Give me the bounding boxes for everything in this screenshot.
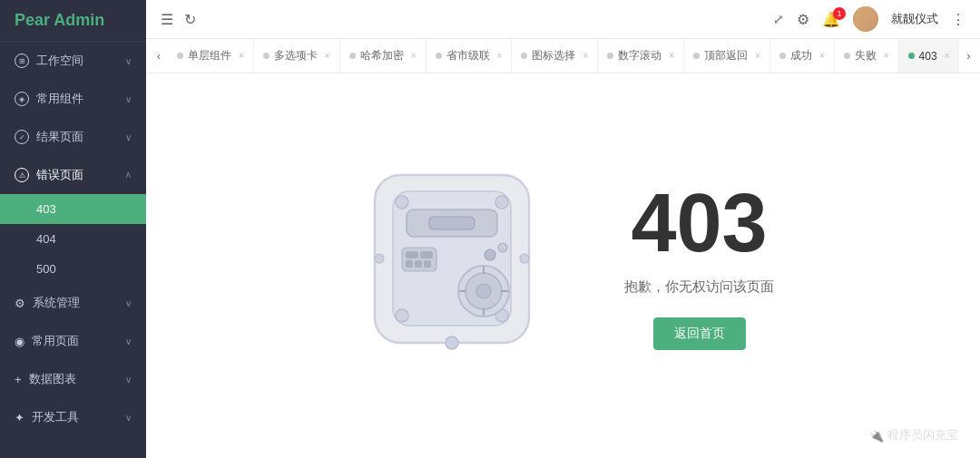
svg-rect-8 [402,248,436,271]
sidebar-subitem-404[interactable]: 404 [0,224,146,254]
tab-nav-left[interactable]: ‹ [150,39,168,73]
svg-rect-12 [415,260,422,268]
tab-dot-icon [521,53,527,59]
watermark: 🔌 程序员闪充宝 [869,427,958,443]
sidebar-item-charts[interactable]: + 数据图表 ∨ [0,360,146,398]
tab-failure[interactable]: 失败 × [835,39,899,73]
tab-label-province: 省市级联 [446,48,490,63]
tab-label-success: 成功 [790,48,812,63]
sidebar-item-common-label: 常用组件 [36,91,83,107]
gear-icon: ⚙ [15,297,25,310]
chevron-pages: ∨ [125,336,132,346]
tab-number-scroll[interactable]: 数字滚动 × [598,39,684,73]
tab-single-component[interactable]: 单层组件 × [168,39,254,73]
tab-label-top: 顶部返回 [704,48,748,63]
bell-icon[interactable]: 🔔 1 [822,11,840,28]
home-button[interactable]: 返回首页 [653,317,746,350]
tab-dot-province [436,53,442,59]
svg-point-4 [396,309,408,322]
svg-point-23 [446,336,458,349]
svg-rect-9 [406,251,418,258]
sidebar-item-result-label: 结果页面 [36,129,83,145]
content-area: 403 抱歉，你无权访问该页面 返回首页 🔌 程序员闪充宝 [146,73,980,458]
tab-close-failure[interactable]: × [884,52,889,61]
sidebar-item-system[interactable]: ⚙ 系统管理 ∨ [0,284,146,322]
tab-close-single[interactable]: × [239,52,244,61]
svg-point-14 [485,249,495,260]
error-text-block: 403 抱歉，你无权访问该页面 返回首页 [624,182,774,350]
svg-point-18 [476,284,491,298]
sidebar: Pear Admin ⊞ 工作空间 ∨ ◈ 常用组件 ∨ ✓ 结果页面 ∨ ⚠ … [0,0,146,458]
error-icon: ⚠ [15,168,29,182]
chevron-error: ∨ [125,171,132,180]
tab-close-multi[interactable]: × [325,52,330,61]
chevron-workspace: ∨ [125,56,132,66]
svg-point-2 [396,196,408,209]
tab-top-return[interactable]: 顶部返回 × [684,39,770,73]
result-icon: ✓ [15,130,29,144]
tab-hash-encrypt[interactable]: 哈希加密 × [340,39,426,73]
tab-dot-number [607,53,613,59]
sidebar-subitem-403[interactable]: 403 [0,194,146,224]
sidebar-item-error-label: 错误页面 [36,167,83,183]
sidebar-item-workspace[interactable]: ⊞ 工作空间 ∨ [0,42,146,80]
tab-close-hash[interactable]: × [411,52,416,61]
tab-dot-success [779,53,786,59]
error-container: 403 抱歉，你无权访问该页面 返回首页 [352,157,774,375]
chevron-charts: ∨ [125,375,132,385]
sidebar-item-error-pages[interactable]: ⚠ 错误页面 ∨ [0,156,146,194]
avatar[interactable] [853,6,878,32]
svg-rect-13 [424,260,431,268]
avatar-image [853,6,878,32]
tab-label-icon: 图标选择 [532,48,575,63]
tab-icon-select[interactable]: 图标选择 × [512,39,598,73]
sidebar-item-system-label: 系统管理 [33,295,80,311]
settings-icon[interactable]: ⚙ [797,11,809,28]
sidebar-item-result-pages[interactable]: ✓ 结果页面 ∨ [0,118,146,156]
tab-403[interactable]: 403 × [899,39,960,73]
svg-rect-11 [406,260,413,268]
tab-dot-multi [263,53,270,59]
error-illustration [352,157,552,375]
sidebar-item-devtools[interactable]: ✦ 开发工具 ∨ [0,398,146,436]
sidebar-item-workspace-label: 工作空间 [36,53,83,69]
chevron-devtools: ∨ [125,413,132,423]
tab-label-number: 数字滚动 [618,48,662,63]
watermark-text: 程序员闪充宝 [887,427,958,443]
tab-close-403[interactable]: × [945,52,950,61]
tab-close-icon[interactable]: × [583,52,588,61]
tab-close-success[interactable]: × [819,52,825,61]
tab-nav-right[interactable]: › [959,39,977,73]
svg-point-25 [520,254,529,263]
chevron-result: ∨ [125,132,132,142]
tab-province[interactable]: 省市级联 × [426,39,513,73]
tab-dot-top [693,53,700,59]
expand-icon[interactable]: ⤢ [773,12,784,26]
tools-icon: ✦ [15,411,24,424]
menu-toggle-icon[interactable]: ☰ [161,11,173,28]
sidebar-item-pages-label: 常用页面 [32,333,79,349]
tab-dot-failure [844,53,850,59]
tab-success[interactable]: 成功 × [770,39,835,73]
main-area: ☰ ↻ ⤢ ⚙ 🔔 1 就靓仪式 ⋮ ‹ 单层组件 × 多选项卡 [146,0,980,458]
error-code: 403 [624,182,774,264]
sidebar-logo: Pear Admin [0,0,146,42]
sidebar-item-devtools-label: 开发工具 [32,409,79,425]
sidebar-item-common-pages[interactable]: ◉ 常用页面 ∨ [0,322,146,360]
refresh-icon[interactable]: ↻ [184,11,196,28]
tab-multi-select[interactable]: 多选项卡 × [254,39,340,73]
tab-close-top[interactable]: × [755,52,760,61]
tab-close-province[interactable]: × [497,52,503,61]
sidebar-item-charts-label: 数据图表 [29,371,76,387]
sidebar-subitem-500[interactable]: 500 [0,254,146,284]
tabbar: ‹ 单层组件 × 多选项卡 × 哈希加密 × 省市级联 × 图标选择 × [146,39,980,73]
svg-point-24 [375,254,384,263]
tab-label-failure: 失败 [855,48,877,63]
chevron-system: ∨ [125,298,132,308]
username-label: 就靓仪式 [891,11,938,27]
more-icon[interactable]: ⋮ [951,11,965,28]
sidebar-item-common-components[interactable]: ◈ 常用组件 ∨ [0,80,146,118]
tab-close-number[interactable]: × [669,52,674,61]
tab-label-single: 单层组件 [188,48,231,63]
svg-rect-10 [420,251,433,258]
